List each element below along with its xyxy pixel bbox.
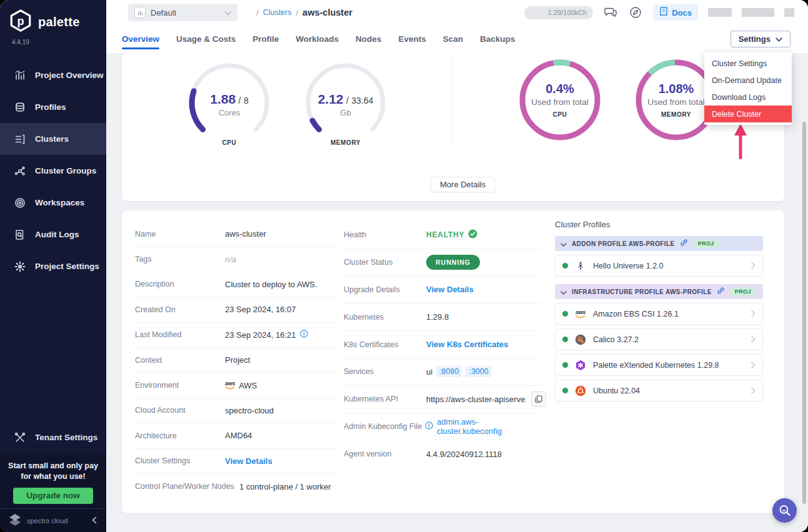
sidebar-item-label: Audit Logs xyxy=(35,230,79,239)
detail-row-services: Services ui :8080 :3000 xyxy=(344,358,542,386)
detail-label: Health xyxy=(344,230,426,239)
brand-logo[interactable]: p palette xyxy=(9,9,80,35)
sidebar-item-label: Workspaces xyxy=(35,198,84,207)
chevron-right-icon xyxy=(751,360,756,371)
sidebar-item-audit-logs[interactable]: Audit Logs xyxy=(0,219,106,250)
settings-dropdown-button[interactable]: Settings xyxy=(731,31,791,47)
sidebar-item-project-settings[interactable]: Project Settings xyxy=(0,250,106,282)
breadcrumb-separator: / xyxy=(256,8,259,17)
sidebar-item-cluster-groups[interactable]: Cluster Groups xyxy=(0,155,106,187)
status-dot-icon xyxy=(562,263,568,268)
ubuntu-icon xyxy=(574,385,587,397)
view-k8s-certificates-link[interactable]: View K8s Certificates xyxy=(426,340,508,349)
profile-layer-ebs-csi[interactable]: aws Amazon EBS CSI 1.26.1 xyxy=(555,303,763,325)
sidebar-nav: Project Overview Profiles Clusters Clust… xyxy=(0,59,106,282)
menu-item-delete-cluster[interactable]: Delete Cluster xyxy=(704,106,792,122)
breadcrumb-link-clusters[interactable]: Clusters xyxy=(263,8,292,17)
detail-row-health: Health HEALTHY xyxy=(344,222,542,249)
cpu-usage-percent: 0.4% xyxy=(516,82,604,96)
usage-credits-pill: 1.29/100kCh xyxy=(524,6,593,19)
redacted-avatar xyxy=(784,8,794,17)
collapse-sidebar-icon[interactable] xyxy=(91,515,97,526)
kubeconfig-download-link[interactable]: admin.aws-cluster.kubeconfig xyxy=(437,417,542,436)
service-port-link[interactable]: :3000 xyxy=(466,366,491,377)
sidebar-footer: spectro cloud xyxy=(0,508,106,532)
menu-item-download-logs[interactable]: Download Logs xyxy=(704,89,792,106)
copy-icon[interactable] xyxy=(531,392,546,406)
tab-overview[interactable]: Overview xyxy=(122,25,159,53)
chat-icon[interactable] xyxy=(603,5,618,20)
compass-icon[interactable] xyxy=(628,5,643,20)
sidebar-item-profiles[interactable]: Profiles xyxy=(0,91,106,123)
detail-row-created-on: Created On 23 Sep 2024, 16:07 xyxy=(135,297,336,322)
profile-layer-ubuntu[interactable]: Ubuntu 22.04 xyxy=(555,380,763,401)
detail-value: 1 control-plane / 1 worker xyxy=(239,482,331,491)
service-port-link[interactable]: :8080 xyxy=(436,366,462,377)
tab-scan[interactable]: Scan xyxy=(443,25,463,53)
check-circle-icon xyxy=(468,229,477,240)
detail-row-upgrade-details: Upgrade Details View Details xyxy=(344,277,542,304)
profile-layer-hello-universe[interactable]: Hello Universe 1.2.0 xyxy=(555,255,763,277)
status-dot-icon xyxy=(562,311,568,317)
footer-brand-name: spectro cloud xyxy=(27,517,86,525)
tab-events[interactable]: Events xyxy=(398,25,426,53)
docs-button[interactable]: Docs xyxy=(653,4,698,21)
detail-label: Cluster Settings xyxy=(135,456,225,465)
sidebar-item-project-overview[interactable]: Project Overview xyxy=(0,59,106,91)
top-bar: Default / Clusters / aws-cluster 1.29/10… xyxy=(106,0,808,25)
view-details-link[interactable]: View Details xyxy=(426,285,474,294)
more-details-button[interactable]: More Details xyxy=(431,177,495,192)
project-scope-badge: PROJ xyxy=(730,287,756,296)
book-icon xyxy=(659,7,668,19)
infrastructure-profile-header[interactable]: INFRASTRUCTURE PROFILE AWS-PROFILE PROJ xyxy=(555,284,763,299)
project-selector[interactable]: Default xyxy=(128,4,237,21)
memory-gauge-label: MEMORY xyxy=(302,139,389,146)
menu-item-on-demand-update[interactable]: On-Demand Update xyxy=(704,72,792,89)
chevron-down-icon xyxy=(561,238,567,249)
running-status-badge: RUNNING xyxy=(426,255,480,270)
profile-header-text: INFRASTRUCTURE PROFILE AWS-PROFILE xyxy=(572,288,712,295)
palette-hex-icon xyxy=(574,359,587,372)
status-dot-icon xyxy=(562,362,568,368)
memory-gauge: 2.12 / 33.64 Gb MEMORY xyxy=(302,59,389,147)
link-icon[interactable] xyxy=(717,286,725,297)
detail-row-architecture: Architecture AMD64 xyxy=(135,423,336,448)
memory-unit: Gb xyxy=(302,108,389,117)
vertical-scrollbar[interactable] xyxy=(802,122,806,504)
tab-usage-costs[interactable]: Usage & Costs xyxy=(176,25,236,53)
tab-workloads[interactable]: Workloads xyxy=(296,25,339,53)
detail-label: Kubernetes xyxy=(344,313,426,322)
profile-layer-name: Palette eXtended Kubernetes 1.29.8 xyxy=(593,361,745,370)
profile-layer-calico[interactable]: Calico 3.27.2 xyxy=(555,328,763,350)
search-help-fab[interactable] xyxy=(772,498,797,523)
annotation-arrow-icon xyxy=(732,124,749,162)
info-icon[interactable] xyxy=(300,330,308,340)
tab-profile[interactable]: Profile xyxy=(252,25,279,53)
addon-profile-header[interactable]: ADDON PROFILE AWS-PROFILE PROJ xyxy=(555,236,763,251)
sidebar-item-clusters[interactable]: Clusters xyxy=(0,123,106,155)
detail-label: Created On xyxy=(135,305,225,314)
tab-nodes[interactable]: Nodes xyxy=(356,25,381,53)
menu-item-cluster-settings[interactable]: Cluster Settings xyxy=(704,55,792,72)
detail-label: Name xyxy=(135,230,225,239)
info-icon[interactable] xyxy=(425,421,433,431)
chevron-down-icon xyxy=(776,34,782,44)
detail-label: Description xyxy=(135,280,225,288)
sidebar-item-tenant-settings[interactable]: Tenant Settings xyxy=(0,423,106,451)
tab-backups[interactable]: Backups xyxy=(480,25,515,53)
sidebar-item-label: Project Settings xyxy=(35,262,99,271)
link-icon[interactable] xyxy=(680,238,688,249)
detail-row-description: Description Cluster to deploy to AWS. xyxy=(135,272,336,297)
sidebar-item-workspaces[interactable]: Workspaces xyxy=(0,187,106,219)
memory-used-value: 2.12 xyxy=(318,92,344,106)
profile-layer-pxk[interactable]: Palette eXtended Kubernetes 1.29.8 xyxy=(555,354,763,376)
detail-label: Architecture xyxy=(135,431,225,440)
detail-row-environment: Environment aws AWS xyxy=(135,373,336,398)
detail-label: Control Plane/Worker Nodes xyxy=(135,482,239,491)
sidebar-item-label: Cluster Groups xyxy=(35,166,96,175)
upgrade-now-button[interactable]: Upgrade now xyxy=(13,488,93,504)
memory-total-value: 33.64 xyxy=(351,96,373,106)
view-details-link[interactable]: View Details xyxy=(225,456,272,466)
profile-layer-name: Calico 3.27.2 xyxy=(593,335,745,344)
cluster-tabs-bar: Overview Usage & Costs Profile Workloads… xyxy=(106,25,808,53)
